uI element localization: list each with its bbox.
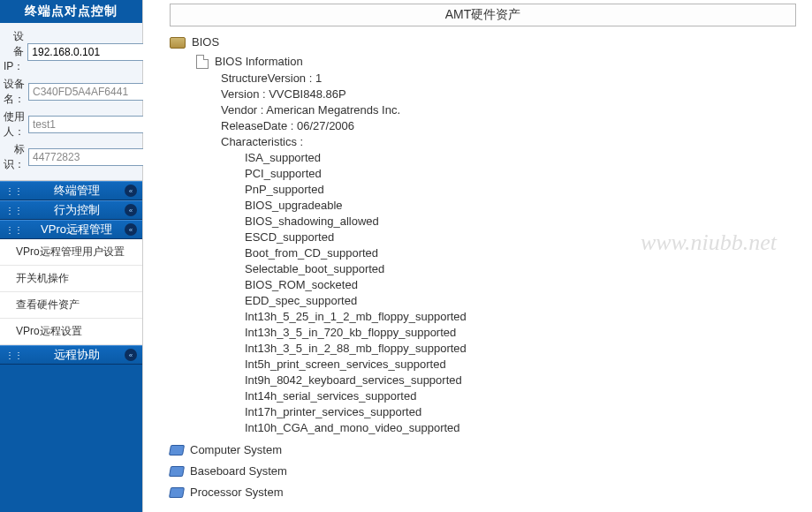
accordion-label: 行为控制 — [28, 202, 125, 218]
node-label: Computer System — [190, 442, 282, 458]
characteristic-item: BIOS_shadowing_allowed — [245, 214, 796, 230]
characteristic-item: BIOS_ROM_socketed — [245, 277, 796, 293]
device-form: 设备IP： ▼ 设备名： 使用人： 标识： — [0, 23, 142, 181]
accordion-terminal-mgmt[interactable]: ⋮⋮ 终端管理 « — [0, 181, 142, 200]
collapse-icon: « — [125, 223, 137, 236]
characteristic-item: Int5h_print_screen_services_supported — [245, 357, 796, 373]
characteristic-item: Selectable_boot_supported — [245, 261, 796, 277]
characteristic-item: Int14h_serial_services_supported — [245, 388, 796, 404]
device-tag-label: 标识： — [4, 142, 28, 172]
tree-node-bios-info[interactable]: BIOS Information — [196, 53, 796, 71]
characteristic-item: Int13h_3_5_in_2_88_mb_floppy_supported — [245, 341, 796, 357]
prop-release-date: ReleaseDate : 06/27/2006 — [221, 118, 796, 134]
prop-characteristics: Characteristics : — [221, 134, 796, 150]
page-title: AMT硬件资产 — [170, 4, 796, 26]
prop-version: Version : VVCBI848.86P — [221, 87, 796, 102]
characteristic-item: Int13h_3_5_in_720_kb_floppy_supported — [245, 325, 796, 341]
characteristic-item: ESCD_supported — [245, 230, 796, 245]
accordion-label: 远程协助 — [28, 347, 125, 363]
book-icon — [169, 445, 185, 456]
characteristic-item: BIOS_upgradeable — [245, 198, 796, 214]
prop-structure-version: StructureVersion : 1 — [221, 71, 796, 87]
submenu-hardware-assets[interactable]: 查看硬件资产 — [0, 292, 142, 319]
sidebar-title: 终端点对点控制 — [0, 0, 142, 23]
characteristic-item: ISA_supported — [245, 150, 796, 166]
tree-node-baseboard-system[interactable]: Baseboard System — [170, 463, 796, 480]
prop-vendor: Vendor : American Megatrends Inc. — [221, 102, 796, 118]
accordion-behavior-control[interactable]: ⋮⋮ 行为控制 « — [0, 200, 142, 220]
vpro-submenu: VPro远程管理用户设置 开关机操作 查看硬件资产 VPro远程设置 — [0, 239, 142, 345]
device-ip-label: 设备IP： — [4, 29, 27, 74]
drag-handle-icon: ⋮⋮ — [5, 186, 23, 196]
submenu-vpro-user-settings[interactable]: VPro远程管理用户设置 — [0, 239, 142, 266]
document-icon — [196, 55, 209, 69]
main-content: AMT硬件资产 BIOS BIOS Information StructureV… — [143, 0, 812, 512]
characteristic-item: Int9h_8042_keyboard_services_supported — [245, 373, 796, 388]
characteristic-item: PCI_supported — [245, 166, 796, 182]
sidebar-filler — [0, 365, 142, 512]
drag-handle-icon: ⋮⋮ — [5, 350, 23, 360]
book-icon — [169, 466, 185, 477]
node-label: BIOS Information — [215, 54, 303, 70]
node-label: Processor System — [190, 485, 283, 501]
folder-open-icon — [170, 37, 186, 49]
sidebar: 终端点对点控制 设备IP： ▼ 设备名： 使用人： — [0, 0, 143, 512]
book-icon — [169, 487, 185, 498]
characteristic-item: Int13h_5_25_in_1_2_mb_floppy_supported — [245, 309, 796, 325]
accordion-label: VPro远程管理 — [28, 222, 125, 237]
drag-handle-icon: ⋮⋮ — [5, 225, 23, 235]
accordion-vpro-remote[interactable]: ⋮⋮ VPro远程管理 « — [0, 220, 142, 239]
collapse-icon: « — [125, 204, 137, 216]
drag-handle-icon: ⋮⋮ — [5, 206, 23, 215]
characteristic-item: Int17h_printer_services_supported — [245, 404, 796, 420]
characteristic-item: Int10h_CGA_and_mono_video_supported — [245, 420, 796, 436]
device-name-label: 设备名： — [4, 77, 28, 107]
accordion-label: 终端管理 — [28, 183, 125, 199]
submenu-power-ops[interactable]: 开关机操作 — [0, 266, 142, 292]
characteristic-item: Boot_from_CD_supported — [245, 245, 796, 261]
node-label: BIOS — [192, 34, 219, 50]
node-label: Baseboard System — [190, 463, 287, 479]
collapse-icon: « — [125, 184, 137, 197]
collapse-icon: « — [125, 349, 137, 361]
submenu-vpro-remote-settings[interactable]: VPro远程设置 — [0, 319, 142, 345]
tree-node-computer-system[interactable]: Computer System — [170, 441, 796, 459]
characteristic-item: PnP_supported — [245, 182, 796, 198]
characteristic-item: EDD_spec_supported — [245, 293, 796, 309]
tree-node-processor-system[interactable]: Processor System — [170, 484, 796, 501]
tree-node-bios[interactable]: BIOS — [170, 34, 796, 51]
accordion-remote-assist[interactable]: ⋮⋮ 远程协助 « — [0, 345, 142, 365]
device-user-label: 使用人： — [4, 109, 28, 139]
